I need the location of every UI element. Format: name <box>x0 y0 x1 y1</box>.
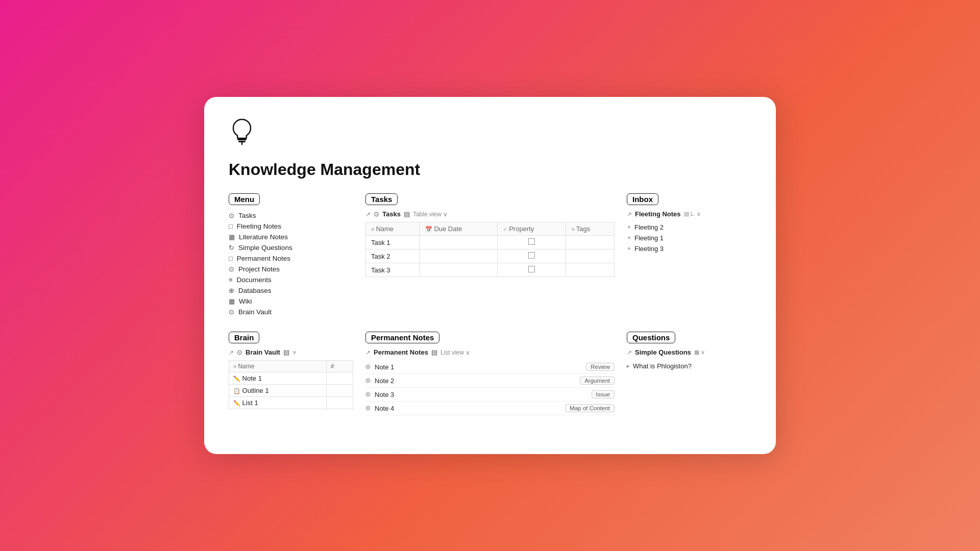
inbox-list: ✦ Fleeting 2 ✦ Fleeting 1 ✦ Fleeting 3 <box>627 222 751 254</box>
note-label: Note 4 <box>375 405 394 412</box>
note-name: Note 1 <box>365 363 394 371</box>
menu-item-label: Wiki <box>239 297 252 305</box>
brain-table: ≡Name # ✏️ Note 1 📋 Outline 1 ✏️ List 1 <box>229 360 353 409</box>
menu-item-databases[interactable]: ⊕ Databases <box>229 285 353 296</box>
permanent-notes-panel: Permanent Notes ↗ Permanent Notes ▤ List… <box>365 332 615 415</box>
questions-arrow-icon: ↗ <box>627 349 632 356</box>
list-item[interactable]: ▸ What is Phlogiston? <box>627 360 751 372</box>
checkbox[interactable] <box>528 266 535 272</box>
note-label: Note 2 <box>375 377 394 385</box>
fleeting-plus-icon: ✦ <box>627 245 631 252</box>
tasks-section-title: Tasks <box>382 210 401 218</box>
questions-db-icon: ▦ ∨ <box>694 349 705 356</box>
list-item[interactable]: ✦ Fleeting 1 <box>627 233 751 243</box>
menu-item-brain-vault[interactable]: ⊙ Brain Vault <box>229 307 353 317</box>
tasks-clock-icon: ⊙ <box>374 210 379 218</box>
note-tag: Argument <box>580 377 615 385</box>
brain-row-val <box>326 397 353 409</box>
brain-grid-icon: ▤ <box>283 348 289 356</box>
table-row[interactable]: 📋 Outline 1 <box>229 385 353 397</box>
menu-item-label: Literature Notes <box>239 233 288 241</box>
inbox-arrow-icon: ↗ <box>627 211 632 218</box>
permanent-notes-widget-label: Permanent Notes <box>365 332 439 343</box>
list-item[interactable]: Note 4 Map of Content <box>365 402 615 415</box>
task-tags[interactable] <box>566 249 615 263</box>
task-property[interactable] <box>498 249 566 263</box>
permanent-notes-list: Note 1 Review Note 2 Argument Note 3 <box>365 360 615 415</box>
brain-vault-icon: ⊙ <box>237 348 242 356</box>
brain-chevron-icon[interactable]: ∨ <box>292 349 297 356</box>
menu-item-fleeting-notes[interactable]: □ Fleeting Notes <box>229 221 353 232</box>
questions-widget-label: Questions <box>627 332 675 343</box>
menu-item-wiki[interactable]: ▦ Wiki <box>229 296 353 307</box>
task-tags[interactable] <box>566 263 615 277</box>
inbox-section-header: ↗ Fleeting Notes ▤ L. ∨ <box>627 210 751 218</box>
brain-col-name: ≡Name <box>229 361 327 372</box>
inbox-widget-label: Inbox <box>627 193 658 205</box>
brain-widget-label: Brain <box>229 332 259 343</box>
note-dot <box>365 378 371 383</box>
fleeting-item-label: Fleeting 3 <box>634 245 664 253</box>
checkbox[interactable] <box>528 252 535 259</box>
tasks-col-name: ≡Name <box>366 222 420 236</box>
question-label: What is Phlogiston? <box>633 362 692 370</box>
brain-vault-icon: ⊙ <box>229 308 234 316</box>
menu-item-simple-questions[interactable]: ↻ Simple Questions <box>229 242 353 253</box>
tasks-table-icon: ▤ <box>404 210 410 218</box>
permanent-notes-icon: □ <box>229 255 233 262</box>
list-item[interactable]: Note 3 Issue <box>365 388 615 402</box>
inbox-view-icon: ▤ L. ∨ <box>684 211 701 217</box>
table-row[interactable]: Task 3 <box>366 263 615 277</box>
inbox-section-title: Fleeting Notes <box>635 210 681 218</box>
table-row[interactable]: ✏️ List 1 <box>229 397 353 409</box>
checkbox[interactable] <box>528 238 535 245</box>
task-due-date[interactable] <box>420 236 498 249</box>
note-dot <box>365 364 371 369</box>
list-item[interactable]: Note 1 Review <box>365 360 615 374</box>
menu-widget-label: Menu <box>229 193 260 205</box>
list-item[interactable]: Note 2 Argument <box>365 374 615 388</box>
menu-item-label: Project Notes <box>238 265 280 273</box>
note-tag: Review <box>586 363 615 371</box>
list-item[interactable]: ✦ Fleeting 3 <box>627 243 751 254</box>
brain-row-name: ✏️ Note 1 <box>229 372 327 385</box>
note-name: Note 3 <box>365 391 394 398</box>
table-row[interactable]: Task 2 <box>366 249 615 263</box>
note-dot <box>365 406 371 411</box>
menu-item-project-notes[interactable]: ⊙ Project Notes <box>229 264 353 274</box>
task-due-date[interactable] <box>420 263 498 277</box>
menu-item-label: Permanent Notes <box>237 255 290 262</box>
table-row[interactable]: ✏️ Note 1 <box>229 372 353 385</box>
list-item[interactable]: ✦ Fleeting 2 <box>627 222 751 233</box>
brain-row-name: 📋 Outline 1 <box>229 385 327 397</box>
menu-item-permanent-notes[interactable]: □ Permanent Notes <box>229 253 353 264</box>
simple-questions-icon: ↻ <box>229 244 234 252</box>
documents-icon: ≡ <box>229 276 233 284</box>
task-due-date[interactable] <box>420 249 498 263</box>
task-property[interactable] <box>498 236 566 249</box>
questions-list: ▸ What is Phlogiston? <box>627 360 751 372</box>
questions-section-header: ↗ Simple Questions ▦ ∨ <box>627 348 751 356</box>
note-label: Note 3 <box>375 391 394 398</box>
page-title: Knowledge Management <box>229 160 751 179</box>
permanent-notes-view-label[interactable]: List view ∨ <box>440 349 470 356</box>
menu-list: ⊙ Tasks □ Fleeting Notes ▦ Literature No… <box>229 210 353 317</box>
permanent-notes-arrow-icon: ↗ <box>365 349 371 356</box>
tasks-col-due-date: 📅Due Date <box>420 222 498 236</box>
project-notes-icon: ⊙ <box>229 265 234 273</box>
tasks-panel: Tasks ↗ ⊙ Tasks ▤ Table view ∨ ≡Name 📅Du… <box>365 193 615 317</box>
tasks-table: ≡Name 📅Due Date ✓Property ≡Tags Task 1 <box>365 222 615 277</box>
menu-item-tasks[interactable]: ⊙ Tasks <box>229 210 353 221</box>
task-tags[interactable] <box>566 236 615 249</box>
task-property[interactable] <box>498 263 566 277</box>
literature-notes-icon: ▦ <box>229 233 235 241</box>
brain-row-val <box>326 372 353 385</box>
tasks-view-label[interactable]: Table view ∨ <box>413 211 448 218</box>
note-name: Note 4 <box>365 405 394 412</box>
menu-item-literature-notes[interactable]: ▦ Literature Notes <box>229 232 353 242</box>
brain-arrow-icon: ↗ <box>229 349 234 356</box>
brain-section-header: ↗ ⊙ Brain Vault ▤ ∨ <box>229 348 353 356</box>
table-row[interactable]: Task 1 <box>366 236 615 249</box>
questions-section-title: Simple Questions <box>635 348 691 356</box>
menu-item-documents[interactable]: ≡ Documents <box>229 274 353 285</box>
